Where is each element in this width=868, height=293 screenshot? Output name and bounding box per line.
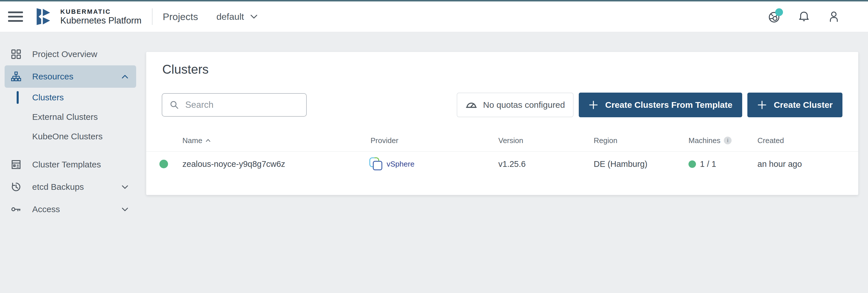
create-cluster-button[interactable]: Create Cluster bbox=[747, 93, 842, 117]
sidebar-item-cluster-templates[interactable]: Cluster Templates bbox=[5, 153, 136, 176]
column-header-created: Created bbox=[757, 136, 784, 145]
quota-widget: No quotas configured bbox=[457, 93, 574, 117]
projects-label: Projects bbox=[163, 11, 198, 22]
sidebar-item-label: Cluster Templates bbox=[32, 160, 101, 170]
column-header-label: Provider bbox=[371, 136, 398, 145]
info-icon[interactable]: i bbox=[724, 137, 732, 144]
button-label: Create Cluster bbox=[774, 100, 833, 110]
navbar-actions bbox=[768, 10, 840, 23]
create-clusters-from-template-button[interactable]: Create Clusters From Template bbox=[579, 93, 742, 117]
project-selector[interactable]: default bbox=[216, 11, 257, 22]
cluster-version: v1.25.6 bbox=[498, 159, 526, 169]
plus-icon bbox=[757, 100, 767, 110]
chevron-down-icon bbox=[122, 185, 128, 189]
provider-label: vSphere bbox=[386, 160, 414, 169]
brand-title: KUBERMATIC bbox=[60, 9, 142, 15]
sort-asc-icon bbox=[206, 139, 211, 142]
column-header-version: Version bbox=[498, 136, 523, 145]
chevron-down-icon bbox=[122, 208, 128, 211]
search-icon bbox=[169, 100, 180, 110]
sidebar-item-resources[interactable]: Resources bbox=[5, 65, 136, 88]
button-label: Create Clusters From Template bbox=[605, 100, 733, 110]
sidebar-spacer bbox=[0, 146, 141, 153]
notification-badge bbox=[775, 8, 783, 16]
sidebar-item-label: etcd Backups bbox=[32, 182, 84, 192]
top-navbar: KUBERMATIC Kubernetes Platform Projects … bbox=[0, 1, 868, 32]
cluster-provider: vSphere bbox=[369, 157, 414, 171]
project-selector-value: default bbox=[216, 11, 244, 22]
vsphere-icon bbox=[369, 157, 383, 171]
sidebar-item-label: Project Overview bbox=[32, 49, 97, 59]
cluster-name: zealous-noyce-y9q8g7cw6z bbox=[182, 159, 285, 169]
clusters-toolbar: No quotas configured Create Clusters Fro… bbox=[162, 93, 842, 117]
brand-subtitle: Kubernetes Platform bbox=[60, 16, 142, 25]
machines-count: 1 / 1 bbox=[700, 159, 716, 169]
sidebar-item-kubeone-clusters[interactable]: KubeOne Clusters bbox=[5, 127, 136, 146]
sidebar-item-label: KubeOne Clusters bbox=[32, 132, 102, 141]
navbar-divider bbox=[152, 8, 153, 25]
active-indicator bbox=[17, 91, 19, 104]
search-input[interactable] bbox=[185, 100, 306, 110]
sidebar-item-clusters[interactable]: Clusters bbox=[5, 88, 136, 107]
sidebar-item-label: Resources bbox=[32, 72, 73, 81]
plus-icon bbox=[589, 100, 598, 110]
notifications-button[interactable] bbox=[797, 10, 811, 23]
page-title: Clusters bbox=[162, 62, 858, 77]
clusters-card: Clusters No quotas configured bbox=[146, 52, 858, 195]
sidebar-item-label: Access bbox=[32, 205, 60, 214]
column-header-label: Machines bbox=[688, 136, 720, 145]
user-icon bbox=[827, 10, 840, 23]
column-header-machines: Machines i bbox=[688, 136, 732, 145]
sidebar-item-label: External Clusters bbox=[32, 112, 98, 122]
sidebar-item-project-overview[interactable]: Project Overview bbox=[5, 43, 136, 65]
chevron-down-icon bbox=[250, 14, 257, 19]
sitemap-icon bbox=[10, 71, 22, 82]
cluster-created: an hour ago bbox=[757, 159, 802, 169]
cluster-status-dot bbox=[159, 160, 168, 168]
sidebar-item-label: Clusters bbox=[32, 93, 64, 102]
bell-icon bbox=[797, 10, 811, 23]
gauge-icon bbox=[465, 99, 477, 111]
chevron-up-icon bbox=[122, 75, 128, 79]
column-header-region: Region bbox=[594, 136, 617, 145]
search-box bbox=[162, 93, 307, 117]
table-row[interactable]: zealous-noyce-y9q8g7cw6z vSphere v1.25.6… bbox=[146, 152, 858, 176]
quota-text: No quotas configured bbox=[483, 100, 565, 110]
cluster-machines: 1 / 1 bbox=[688, 159, 716, 169]
changelog-button[interactable] bbox=[768, 10, 781, 23]
template-icon bbox=[10, 159, 22, 170]
key-icon bbox=[10, 204, 22, 214]
sidebar-item-access[interactable]: Access bbox=[5, 198, 136, 220]
sidebar-item-etcd-backups[interactable]: etcd Backups bbox=[5, 176, 136, 198]
user-menu-button[interactable] bbox=[827, 10, 840, 23]
column-header-label: Name bbox=[182, 136, 202, 145]
machines-status-dot bbox=[688, 160, 696, 168]
kubermatic-logo[interactable] bbox=[33, 6, 54, 27]
table-header-row: Name Provider Version Region Machines i … bbox=[146, 129, 858, 151]
column-header-label: Version bbox=[498, 136, 523, 145]
grid-icon bbox=[10, 49, 22, 59]
clusters-table: Name Provider Version Region Machines i … bbox=[146, 129, 858, 176]
column-header-label: Created bbox=[757, 136, 784, 145]
history-icon bbox=[10, 182, 22, 192]
sidebar: Project Overview Resources Clusters bbox=[0, 32, 141, 293]
column-header-label: Region bbox=[594, 136, 617, 145]
cluster-region: DE (Hamburg) bbox=[594, 159, 647, 169]
kubermatic-logo-icon bbox=[33, 6, 54, 27]
column-header-provider: Provider bbox=[371, 136, 398, 145]
hamburger-menu-button[interactable] bbox=[8, 11, 23, 22]
column-header-name[interactable]: Name bbox=[182, 136, 211, 145]
sidebar-item-external-clusters[interactable]: External Clusters bbox=[5, 107, 136, 127]
brand-text: KUBERMATIC Kubernetes Platform bbox=[60, 9, 142, 25]
